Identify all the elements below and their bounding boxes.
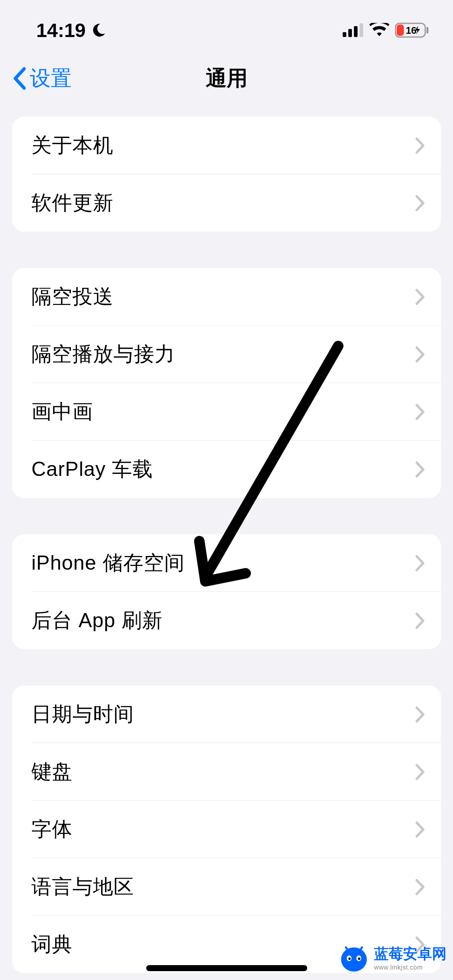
row-label: 隔空播放与接力 (31, 341, 175, 368)
chevron-right-icon (415, 195, 425, 212)
svg-rect-6 (426, 27, 428, 33)
navigation-bar: 设置 通用 (0, 52, 453, 117)
row-airplay-handoff[interactable]: 隔空播放与接力 (12, 325, 441, 383)
back-button[interactable]: 设置 (12, 64, 72, 93)
svg-point-9 (341, 947, 367, 972)
content-area: 关于本机 软件更新 隔空投送 隔空播放与接力 画中画 CarPlay 车载 iP… (0, 117, 453, 973)
back-label: 设置 (30, 64, 72, 93)
svg-rect-1 (348, 29, 352, 37)
cellular-signal-icon (343, 23, 364, 37)
chevron-right-icon (415, 288, 425, 305)
row-label: 画中画 (31, 398, 93, 425)
row-carplay[interactable]: CarPlay 车载 (12, 441, 441, 498)
chevron-right-icon (415, 706, 425, 723)
chevron-right-icon (415, 346, 425, 363)
row-software-update[interactable]: 软件更新 (12, 174, 441, 232)
status-right: 16 (343, 22, 429, 38)
row-label: 软件更新 (31, 189, 114, 216)
page-title: 通用 (206, 64, 248, 93)
watermark-title: 蓝莓安卓网 (374, 944, 447, 964)
row-label: 隔空投送 (31, 283, 114, 310)
row-about[interactable]: 关于本机 (12, 117, 441, 174)
watermark-logo-icon (338, 941, 370, 974)
svg-point-13 (358, 957, 360, 960)
chevron-right-icon (415, 764, 425, 780)
section-connectivity: 隔空投送 隔空播放与接力 画中画 CarPlay 车载 (12, 268, 441, 498)
chevron-right-icon (415, 137, 425, 154)
section-storage: iPhone 储存空间 后台 App 刷新 (12, 534, 441, 649)
row-iphone-storage[interactable]: iPhone 储存空间 (12, 534, 441, 592)
wifi-icon (369, 23, 389, 37)
status-left: 14:19 (36, 19, 107, 41)
watermark: 蓝莓安卓网 www.lmkjst.com (338, 941, 447, 974)
row-background-app-refresh[interactable]: 后台 App 刷新 (12, 592, 441, 649)
chevron-right-icon (415, 404, 425, 420)
section-system: 日期与时间 键盘 字体 语言与地区 词典 (12, 686, 441, 973)
row-fonts[interactable]: 字体 (12, 801, 441, 858)
svg-point-12 (348, 957, 351, 960)
status-time: 14:19 (36, 19, 86, 41)
row-label: 语言与地区 (31, 873, 134, 900)
row-label: 键盘 (31, 758, 72, 785)
row-airdrop[interactable]: 隔空投送 (12, 268, 441, 325)
chevron-left-icon (12, 66, 27, 91)
do-not-disturb-icon (91, 22, 107, 38)
watermark-text: 蓝莓安卓网 www.lmkjst.com (374, 944, 447, 971)
section-about: 关于本机 软件更新 (12, 117, 441, 232)
svg-rect-0 (343, 32, 346, 37)
chevron-right-icon (415, 879, 425, 896)
row-language-region[interactable]: 语言与地区 (12, 858, 441, 916)
row-date-time[interactable]: 日期与时间 (12, 686, 441, 743)
row-label: 关于本机 (31, 132, 114, 159)
svg-rect-2 (354, 26, 358, 37)
row-picture-in-picture[interactable]: 画中画 (12, 383, 441, 441)
watermark-url: www.lmkjst.com (374, 964, 447, 971)
chevron-right-icon (415, 612, 425, 629)
row-label: 后台 App 刷新 (31, 607, 163, 634)
home-indicator[interactable] (146, 965, 307, 971)
status-bar: 14:19 (0, 0, 453, 52)
row-label: CarPlay 车载 (31, 456, 153, 483)
row-label: 日期与时间 (31, 701, 134, 728)
chevron-right-icon (415, 461, 425, 478)
row-label: iPhone 储存空间 (31, 550, 185, 576)
svg-rect-5 (397, 25, 404, 36)
row-keyboard[interactable]: 键盘 (12, 743, 441, 801)
svg-text:16: 16 (406, 25, 417, 36)
chevron-right-icon (415, 555, 425, 572)
chevron-right-icon (415, 821, 425, 838)
battery-icon: 16 (395, 22, 429, 38)
row-label: 词典 (31, 931, 72, 958)
row-label: 字体 (31, 816, 72, 843)
svg-rect-3 (360, 23, 363, 37)
